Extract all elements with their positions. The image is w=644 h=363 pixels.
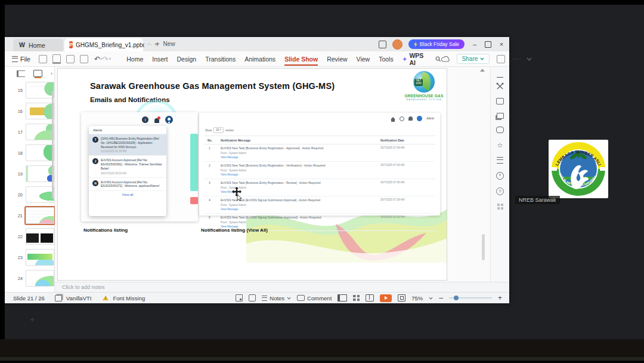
font-missing-label[interactable]: Font Missing: [113, 295, 145, 302]
tab-home[interactable]: W Home: [13, 39, 63, 51]
bookmark-icon[interactable]: [236, 294, 243, 302]
zoom-in-button[interactable]: +: [498, 294, 502, 302]
outline-view-icon[interactable]: [17, 70, 25, 77]
comment-panel-icon[interactable]: [496, 127, 504, 133]
menu-home[interactable]: Home: [126, 56, 143, 63]
promo-label: Black Friday Sale: [420, 41, 459, 47]
favorites-icon[interactable]: ☆: [496, 141, 504, 149]
notes-bar[interactable]: Click to add notes: [55, 282, 509, 292]
slide-view-icon[interactable]: [33, 70, 42, 77]
nreb-logo: LEMBAGA SUMBER ASLI DAN ALAM SEKITAR SAR…: [549, 140, 608, 198]
export-icon[interactable]: [52, 54, 61, 64]
shapes-icon[interactable]: [497, 113, 504, 119]
comment-label: Comment: [307, 295, 332, 302]
file-menu[interactable]: File: [12, 56, 30, 63]
user-name: Admin: [426, 117, 434, 120]
wps-ai-button[interactable]: WPS AI: [402, 52, 426, 66]
menu-design[interactable]: Design: [177, 56, 197, 63]
scroll-up-arrow[interactable]: [480, 69, 485, 72]
menu-animations[interactable]: Animations: [244, 56, 275, 63]
apps-grid-icon[interactable]: [497, 204, 503, 210]
zoom-slider-knob[interactable]: [454, 296, 459, 300]
tools-icon[interactable]: [496, 82, 504, 90]
minimize-button[interactable]: –: [470, 41, 479, 48]
redo-icon[interactable]: ↷: [103, 55, 109, 63]
slide-thumb-21-selected[interactable]: 21: [14, 207, 54, 224]
menu-view[interactable]: View: [357, 56, 370, 63]
more-options-icon[interactable]: ⋯: [512, 55, 519, 63]
red-bar-decoration: [190, 197, 198, 204]
text-tool-icon[interactable]: [496, 98, 504, 104]
slide-thumb-18[interactable]: 18: [14, 144, 54, 161]
show-entries-control: Show 10 ˅ entries: [205, 127, 234, 133]
slide-thumb-17[interactable]: 17: [14, 124, 54, 140]
restore-button[interactable]: [485, 41, 491, 48]
output-icon[interactable]: [249, 294, 256, 302]
sync-status-icon: ◠: [147, 42, 151, 48]
hamburger-icon: [12, 56, 18, 62]
slide-thumb-20[interactable]: 20: [14, 186, 54, 203]
user-avatar-icon: [165, 116, 173, 124]
menu-slide-show[interactable]: Slide Show: [284, 56, 318, 66]
thumbnail-image: [26, 270, 54, 287]
slide-number: 22: [14, 234, 23, 239]
slide-thumb-23[interactable]: 23: [14, 249, 54, 266]
zoom-out-button[interactable]: –: [439, 294, 443, 302]
task-window-icon[interactable]: [497, 55, 505, 63]
slide-title: Sarawak Greenhouse Gas Management System…: [90, 81, 335, 91]
slide-thumb-19[interactable]: 19: [14, 165, 54, 182]
menu-review[interactable]: Review: [327, 56, 347, 63]
menu-tools[interactable]: Tools: [379, 56, 394, 63]
share-button[interactable]: Share: [457, 54, 490, 64]
bell-icon: [408, 116, 413, 121]
promo-button[interactable]: Black Friday Sale: [408, 39, 465, 49]
zoom-chevron-icon[interactable]: [429, 297, 433, 300]
normal-view-icon[interactable]: [338, 294, 347, 302]
editor-scrollbar[interactable]: [482, 234, 485, 260]
gear-icon: [400, 116, 404, 121]
slideshow-play-button[interactable]: [380, 294, 392, 302]
reading-view-icon[interactable]: [366, 294, 374, 302]
undo-icon[interactable]: ↶: [94, 55, 100, 63]
slide-thumb-24[interactable]: 24: [14, 270, 54, 287]
menu-insert[interactable]: Insert: [152, 56, 168, 63]
menu-transitions[interactable]: Transitions: [205, 56, 236, 63]
panel-expand-icon[interactable]: ›: [51, 70, 52, 76]
print-preview-icon[interactable]: [80, 55, 88, 63]
help-icon[interactable]: ?: [496, 187, 504, 195]
close-button[interactable]: ×: [497, 41, 506, 48]
slide-thumb-22[interactable]: 22: [14, 228, 54, 245]
slide-thumb-16[interactable]: 16: [14, 103, 54, 119]
chevron-down-icon: [287, 297, 291, 300]
save-icon[interactable]: [39, 55, 47, 63]
notes-toggle[interactable]: Notes: [262, 295, 291, 302]
tab-document[interactable]: P GHGMS_Briefing_v1.pptx ◠ *: [64, 38, 143, 51]
zoom-slider[interactable]: [449, 297, 492, 299]
slide-canvas[interactable]: Sarawak Greenhouse Gas Management System…: [57, 68, 447, 281]
collapse-ribbon-icon[interactable]: [527, 57, 532, 61]
settings-sliders-icon[interactable]: [497, 157, 503, 164]
zoom-level[interactable]: 75%: [411, 295, 423, 302]
search-icon[interactable]: [435, 56, 441, 63]
user-avatar-icon: [417, 116, 422, 121]
cloud-sync-icon[interactable]: [441, 56, 450, 62]
tab-preview-icon[interactable]: [379, 41, 386, 48]
slide-number: 18: [14, 150, 23, 156]
add-slide-button[interactable]: +: [30, 315, 35, 324]
thumbnail-image: [26, 207, 54, 224]
slide-thumb-15[interactable]: 15: [14, 82, 54, 99]
redo-dropdown-icon[interactable]: ˅: [109, 57, 111, 61]
notification-badge: [157, 116, 160, 119]
slide-sorter-icon[interactable]: [353, 295, 360, 301]
fit-slide-icon[interactable]: [398, 294, 405, 302]
collapse-pane-icon[interactable]: [497, 77, 503, 78]
comment-button[interactable]: Comment: [297, 295, 332, 302]
new-tab-button[interactable]: + New: [155, 39, 175, 48]
teal-bar-decoration: [190, 134, 198, 191]
powerpoint-file-icon: P: [69, 41, 73, 48]
theme-name[interactable]: VanillaVTI: [66, 295, 92, 302]
panel-scrollbar[interactable]: [52, 91, 54, 198]
history-clock-icon[interactable]: [496, 172, 504, 180]
print-icon[interactable]: [66, 55, 75, 63]
account-avatar[interactable]: [392, 39, 402, 50]
